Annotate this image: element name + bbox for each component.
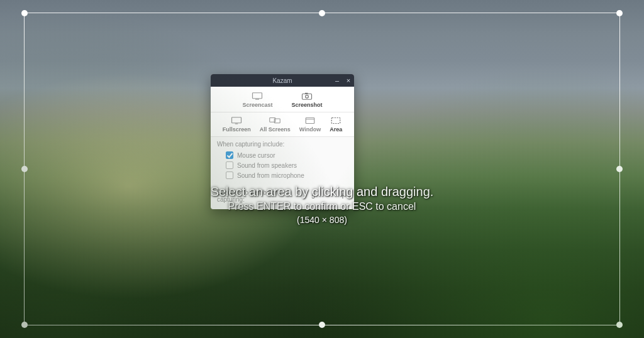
speakers-checkbox[interactable] xyxy=(226,161,233,169)
microphone-checkbox[interactable] xyxy=(226,172,233,179)
svg-rect-0 xyxy=(253,93,262,99)
mouse-cursor-label: Mouse cursor xyxy=(237,152,275,159)
resize-handle-middle-right[interactable] xyxy=(616,166,623,172)
screenshot-icon xyxy=(301,92,313,101)
screencast-mode-button[interactable]: Screencast xyxy=(242,92,272,108)
resize-handle-bottom-left[interactable] xyxy=(21,322,28,328)
delay-decrease-button[interactable]: − xyxy=(323,191,333,201)
close-button[interactable]: × xyxy=(345,77,352,84)
svg-rect-2 xyxy=(303,94,312,99)
selection-dimensions: (1540 × 808) xyxy=(0,214,644,226)
titlebar[interactable]: Kazam – × xyxy=(211,74,354,87)
mode-toolbar: Screencast Screenshot xyxy=(211,87,354,112)
screencast-icon xyxy=(252,92,263,101)
mouse-cursor-checkbox-row[interactable]: Mouse cursor xyxy=(217,150,348,160)
microphone-label: Sound from microphone xyxy=(237,172,304,179)
minimize-button[interactable]: – xyxy=(334,77,340,84)
window-title: Kazam xyxy=(272,77,292,84)
window-icon xyxy=(304,116,316,125)
desktop-background: Kazam – × Screencast Screenshot xyxy=(0,0,644,338)
target-toolbar: Fullscreen All Screens Window Area xyxy=(211,112,354,137)
allscreens-button[interactable]: All Screens xyxy=(260,116,291,133)
delay-label: Seconds to wait before capturing: xyxy=(217,189,304,203)
resize-handle-bottom-right[interactable] xyxy=(616,322,623,328)
resize-handle-top-middle[interactable] xyxy=(319,10,325,16)
svg-point-3 xyxy=(306,95,309,98)
screenshot-mode-button[interactable]: Screenshot xyxy=(292,92,323,108)
area-button[interactable]: Area xyxy=(330,116,342,133)
mouse-cursor-checkbox[interactable] xyxy=(226,151,233,159)
include-section: When capturing include: Mouse cursor Sou… xyxy=(211,137,354,185)
screencast-label: Screencast xyxy=(242,102,272,108)
fullscreen-label: Fullscreen xyxy=(223,126,251,133)
resize-handle-bottom-middle[interactable] xyxy=(319,322,325,328)
screenshot-label: Screenshot xyxy=(292,102,323,108)
resize-handle-middle-left[interactable] xyxy=(21,166,28,172)
kazam-window: Kazam – × Screencast Screenshot xyxy=(211,74,354,209)
allscreens-icon xyxy=(269,116,280,125)
area-icon xyxy=(330,116,341,125)
svg-rect-4 xyxy=(305,93,308,94)
speakers-label: Sound from speakers xyxy=(237,162,297,169)
allscreens-label: All Screens xyxy=(260,126,291,133)
window-button[interactable]: Window xyxy=(299,116,321,133)
fullscreen-icon xyxy=(231,116,242,125)
svg-rect-11 xyxy=(331,118,340,124)
svg-rect-9 xyxy=(306,118,314,124)
delay-row: Seconds to wait before capturing: 5 − + xyxy=(211,185,354,209)
resize-handle-top-left[interactable] xyxy=(21,10,28,16)
window-target-label: Window xyxy=(299,126,321,133)
area-label: Area xyxy=(330,126,342,133)
delay-value: 5 xyxy=(308,193,319,200)
delay-increase-button[interactable]: + xyxy=(338,191,348,201)
svg-rect-6 xyxy=(235,124,238,124)
speakers-checkbox-row[interactable]: Sound from speakers xyxy=(217,160,348,170)
include-heading: When capturing include: xyxy=(217,141,348,148)
resize-handle-top-right[interactable] xyxy=(616,10,623,16)
svg-rect-1 xyxy=(255,99,259,100)
svg-rect-5 xyxy=(232,117,242,123)
microphone-checkbox-row[interactable]: Sound from microphone xyxy=(217,170,348,180)
fullscreen-button[interactable]: Fullscreen xyxy=(223,116,251,133)
